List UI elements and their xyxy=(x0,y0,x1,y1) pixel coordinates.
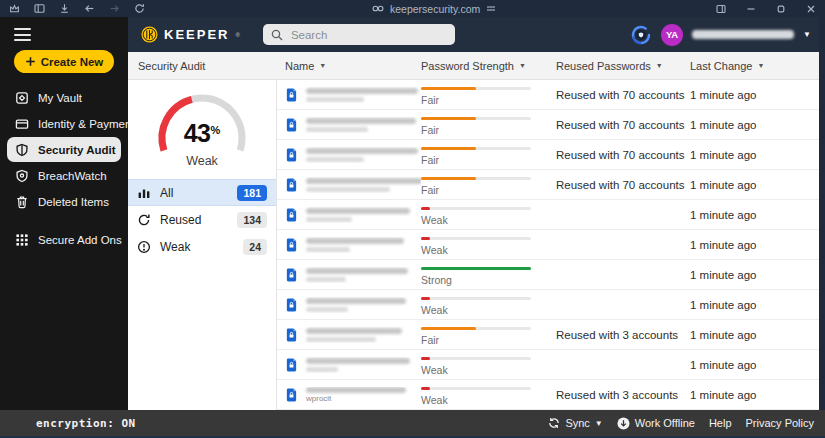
sync-button[interactable]: Sync ▼ xyxy=(548,417,602,429)
document-lock-icon xyxy=(285,207,298,223)
table-row[interactable]: Weak 1 minute ago xyxy=(277,350,819,380)
column-header-label: Name xyxy=(285,60,314,72)
record-subtitle-redacted xyxy=(306,247,350,252)
sidebar: Create New My VaultIdentity & PaymentsSe… xyxy=(0,17,128,410)
download-icon[interactable] xyxy=(59,3,70,14)
record-name-redacted xyxy=(306,238,404,244)
record-name-cell xyxy=(285,237,421,253)
security-score-value: 43% xyxy=(150,119,254,148)
filter-count-badge: 181 xyxy=(237,185,267,201)
last-change-cell: 1 minute ago xyxy=(690,329,819,341)
last-change-cell: 1 minute ago xyxy=(690,209,819,221)
warning-icon xyxy=(137,240,151,254)
record-name-redacted xyxy=(306,88,418,94)
panel-right-icon[interactable] xyxy=(715,3,726,14)
last-change-cell: 1 minute ago xyxy=(690,299,819,311)
sidebar-item-my-vault[interactable]: My Vault xyxy=(7,85,121,110)
filter-label: All xyxy=(160,186,173,200)
document-lock-icon xyxy=(285,237,298,253)
password-strength-cell: Weak xyxy=(421,354,556,376)
security-audit-panel: 43% Weak All 181 Reused 134 Weak 24 xyxy=(128,80,277,410)
close-button[interactable] xyxy=(805,3,816,14)
sidebar-item-security-audit[interactable]: Security Audit xyxy=(7,137,121,162)
column-header-reused-passwords[interactable]: Reused Passwords▼ xyxy=(556,60,690,72)
table-row[interactable]: Weak 1 minute ago xyxy=(277,200,819,230)
address-bar[interactable]: keepersecurity.com xyxy=(372,0,496,17)
minimize-button[interactable] xyxy=(745,3,756,14)
column-header-last-change[interactable]: Last Change▼ xyxy=(690,60,825,72)
strength-label: Strong xyxy=(421,274,556,286)
column-header-password-strength[interactable]: Password Strength▼ xyxy=(421,60,556,72)
sidebar-item-label: Identity & Payments xyxy=(38,118,140,130)
column-header-name[interactable]: Name▼ xyxy=(285,60,421,72)
reused-passwords-cell: Reused with 70 accounts xyxy=(556,149,690,161)
table-row[interactable]: wprocit Weak Reused with 3 accounts 1 mi… xyxy=(277,380,819,410)
table-row[interactable]: Strong 1 minute ago xyxy=(277,260,819,290)
table-row[interactable]: Weak 1 minute ago xyxy=(277,230,819,260)
swap-icon[interactable] xyxy=(486,4,496,13)
privacy-policy-link[interactable]: Privacy Policy xyxy=(746,417,814,429)
strength-bar-track xyxy=(421,177,531,180)
window-frame-right xyxy=(819,17,825,410)
password-strength-cell: Fair xyxy=(421,84,556,106)
table-row[interactable]: Fair Reused with 70 accounts 1 minute ag… xyxy=(277,140,819,170)
create-new-label: Create New xyxy=(41,56,104,68)
audit-filter-weak[interactable]: Weak 24 xyxy=(128,233,276,260)
titlebar: keepersecurity.com xyxy=(0,0,825,17)
sidebar-item-breachwatch[interactable]: BreachWatch xyxy=(7,163,121,188)
sort-caret-icon: ▼ xyxy=(757,62,764,69)
strength-label: Weak xyxy=(421,214,556,226)
record-subtitle-redacted xyxy=(306,367,338,372)
work-offline-button[interactable]: Work Offline xyxy=(617,417,695,430)
sort-caret-icon: ▼ xyxy=(656,62,663,69)
audit-filter-all[interactable]: All 181 xyxy=(128,179,276,206)
password-strength-cell: Fair xyxy=(421,114,556,136)
sync-status-icon[interactable] xyxy=(630,24,652,46)
create-new-button[interactable]: Create New xyxy=(14,50,114,73)
sidebar-item-secure-add-ons[interactable]: Secure Add Ons xyxy=(7,227,121,252)
account-menu-caret-icon[interactable]: ▼ xyxy=(803,31,811,39)
record-name-redacted xyxy=(306,298,406,304)
sidebar-item-deleted-items[interactable]: Deleted Items xyxy=(7,189,121,214)
forward-icon[interactable] xyxy=(109,3,120,14)
side-panel-toggle-icon[interactable] xyxy=(34,3,45,14)
restore-button[interactable] xyxy=(775,3,786,14)
record-name-cell xyxy=(285,87,421,103)
table-row[interactable]: Weak 1 minute ago xyxy=(277,290,819,320)
account-email-redacted[interactable] xyxy=(692,30,794,39)
logo-text: KEEPER xyxy=(164,27,229,42)
vault-icon xyxy=(15,91,29,105)
back-icon[interactable] xyxy=(84,3,95,14)
table-row[interactable]: Fair Reused with 70 accounts 1 minute ag… xyxy=(277,80,819,110)
record-name-cell xyxy=(285,147,421,163)
sidebar-item-label: Deleted Items xyxy=(38,196,109,208)
strength-bar-fill xyxy=(421,117,476,120)
table-row[interactable]: Fair Reused with 70 accounts 1 minute ag… xyxy=(277,170,819,200)
strength-label: Fair xyxy=(421,94,556,106)
search-box[interactable] xyxy=(263,24,455,45)
table-row[interactable]: Fair Reused with 3 accounts 1 minute ago xyxy=(277,320,819,350)
audit-filter-reused[interactable]: Reused 134 xyxy=(128,206,276,233)
hamburger-menu-icon[interactable] xyxy=(14,28,31,41)
window-controls xyxy=(715,0,816,17)
last-change-cell: 1 minute ago xyxy=(690,239,819,251)
column-header-label: Reused Passwords xyxy=(556,60,651,72)
refresh-icon[interactable] xyxy=(134,3,145,14)
search-input[interactable] xyxy=(289,28,447,42)
table-row[interactable]: Fair Reused with 70 accounts 1 minute ag… xyxy=(277,110,819,140)
filter-label: Weak xyxy=(160,240,190,254)
strength-bar-fill xyxy=(421,207,430,210)
security-score-gauge: 43% xyxy=(150,92,254,158)
help-link[interactable]: Help xyxy=(709,417,732,429)
record-name-redacted xyxy=(306,328,402,334)
sidebar-item-identity-payments[interactable]: Identity & Payments xyxy=(7,111,121,136)
avatar[interactable]: YA xyxy=(661,24,683,46)
record-subtitle-redacted xyxy=(306,307,348,312)
table-column-headers: Name▼Password Strength▼Reused Passwords▼… xyxy=(277,60,825,72)
breachwatch-icon xyxy=(15,169,29,183)
strength-bar-fill xyxy=(421,297,430,300)
sidebar-item-label: BreachWatch xyxy=(38,170,107,182)
password-strength-cell: Weak xyxy=(421,234,556,256)
strength-bar-fill xyxy=(421,327,476,330)
shield-icon xyxy=(15,143,29,157)
